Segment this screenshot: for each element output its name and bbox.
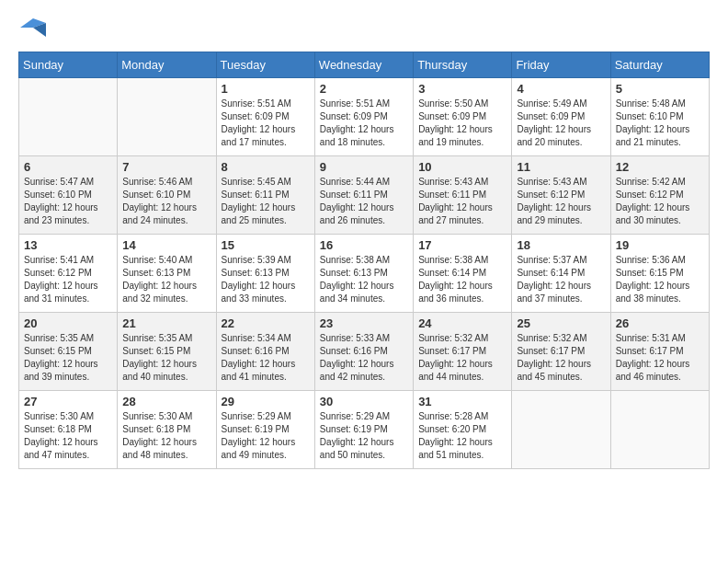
calendar-cell: 4Sunrise: 5:49 AM Sunset: 6:09 PM Daylig… xyxy=(512,78,610,156)
calendar-cell: 10Sunrise: 5:43 AM Sunset: 6:11 PM Dayli… xyxy=(414,156,512,235)
day-info: Sunrise: 5:51 AM Sunset: 6:09 PM Dayligh… xyxy=(320,98,408,149)
calendar-cell: 6Sunrise: 5:47 AM Sunset: 6:10 PM Daylig… xyxy=(19,156,118,235)
day-info: Sunrise: 5:37 AM Sunset: 6:14 PM Dayligh… xyxy=(517,254,605,305)
calendar-cell: 1Sunrise: 5:51 AM Sunset: 6:09 PM Daylig… xyxy=(216,78,314,156)
day-info: Sunrise: 5:51 AM Sunset: 6:09 PM Dayligh… xyxy=(222,98,310,149)
day-info: Sunrise: 5:38 AM Sunset: 6:13 PM Dayligh… xyxy=(320,254,408,305)
day-number: 27 xyxy=(24,395,112,408)
day-info: Sunrise: 5:33 AM Sunset: 6:16 PM Dayligh… xyxy=(320,332,408,384)
day-info: Sunrise: 5:29 AM Sunset: 6:19 PM Dayligh… xyxy=(320,410,408,462)
calendar-cell xyxy=(610,391,709,469)
day-info: Sunrise: 5:40 AM Sunset: 6:13 PM Dayligh… xyxy=(122,254,210,305)
day-info: Sunrise: 5:41 AM Sunset: 6:12 PM Dayligh… xyxy=(24,254,112,305)
day-info: Sunrise: 5:30 AM Sunset: 6:18 PM Dayligh… xyxy=(24,410,112,462)
day-number: 15 xyxy=(222,238,310,252)
day-info: Sunrise: 5:35 AM Sunset: 6:15 PM Dayligh… xyxy=(122,332,210,384)
calendar-cell: 31Sunrise: 5:28 AM Sunset: 6:20 PM Dayli… xyxy=(414,391,512,469)
calendar-cell: 22Sunrise: 5:34 AM Sunset: 6:16 PM Dayli… xyxy=(216,313,314,391)
day-number: 26 xyxy=(616,316,704,330)
day-number: 25 xyxy=(517,316,605,330)
day-info: Sunrise: 5:31 AM Sunset: 6:17 PM Dayligh… xyxy=(616,332,704,384)
calendar-week-row: 20Sunrise: 5:35 AM Sunset: 6:15 PM Dayli… xyxy=(19,313,710,391)
day-info: Sunrise: 5:30 AM Sunset: 6:18 PM Dayligh… xyxy=(122,410,210,462)
calendar-cell: 21Sunrise: 5:35 AM Sunset: 6:15 PM Dayli… xyxy=(118,313,216,391)
calendar-cell: 3Sunrise: 5:50 AM Sunset: 6:09 PM Daylig… xyxy=(414,78,512,156)
logo-bird-icon xyxy=(20,18,46,37)
day-info: Sunrise: 5:48 AM Sunset: 6:10 PM Dayligh… xyxy=(616,98,704,149)
day-number: 8 xyxy=(222,160,310,174)
calendar-cell: 23Sunrise: 5:33 AM Sunset: 6:16 PM Dayli… xyxy=(314,313,413,391)
calendar-cell: 12Sunrise: 5:42 AM Sunset: 6:12 PM Dayli… xyxy=(610,156,709,235)
weekday-header-sunday: Sunday xyxy=(19,52,118,78)
calendar-week-row: 13Sunrise: 5:41 AM Sunset: 6:12 PM Dayli… xyxy=(19,235,710,313)
weekday-header-friday: Friday xyxy=(512,52,610,78)
calendar-cell: 18Sunrise: 5:37 AM Sunset: 6:14 PM Dayli… xyxy=(512,235,610,313)
weekday-header-tuesday: Tuesday xyxy=(216,52,314,78)
day-info: Sunrise: 5:36 AM Sunset: 6:15 PM Dayligh… xyxy=(616,254,704,305)
day-number: 3 xyxy=(418,82,506,96)
day-number: 2 xyxy=(320,82,408,96)
calendar-cell: 25Sunrise: 5:32 AM Sunset: 6:17 PM Dayli… xyxy=(512,313,610,391)
day-number: 4 xyxy=(517,82,605,96)
day-number: 5 xyxy=(616,82,704,96)
calendar-cell: 16Sunrise: 5:38 AM Sunset: 6:13 PM Dayli… xyxy=(314,235,413,313)
calendar-cell: 8Sunrise: 5:45 AM Sunset: 6:11 PM Daylig… xyxy=(216,156,314,235)
day-number: 9 xyxy=(320,160,408,174)
day-number: 6 xyxy=(24,160,112,174)
calendar-cell: 15Sunrise: 5:39 AM Sunset: 6:13 PM Dayli… xyxy=(216,235,314,313)
day-number: 19 xyxy=(616,238,704,252)
calendar-cell: 17Sunrise: 5:38 AM Sunset: 6:14 PM Dayli… xyxy=(414,235,512,313)
day-number: 13 xyxy=(24,238,112,252)
day-info: Sunrise: 5:49 AM Sunset: 6:09 PM Dayligh… xyxy=(517,98,605,149)
calendar-cell: 7Sunrise: 5:46 AM Sunset: 6:10 PM Daylig… xyxy=(118,156,216,235)
calendar-header-row: SundayMondayTuesdayWednesdayThursdayFrid… xyxy=(19,52,710,78)
day-info: Sunrise: 5:50 AM Sunset: 6:09 PM Dayligh… xyxy=(418,98,506,149)
day-number: 18 xyxy=(517,238,605,252)
day-number: 16 xyxy=(320,238,408,252)
day-number: 24 xyxy=(418,316,506,330)
logo xyxy=(18,18,46,37)
weekday-header-wednesday: Wednesday xyxy=(314,52,413,78)
calendar-cell: 19Sunrise: 5:36 AM Sunset: 6:15 PM Dayli… xyxy=(610,235,709,313)
calendar-cell: 9Sunrise: 5:44 AM Sunset: 6:11 PM Daylig… xyxy=(314,156,413,235)
day-number: 12 xyxy=(616,160,704,174)
day-number: 31 xyxy=(418,395,506,408)
calendar-cell xyxy=(512,391,610,469)
calendar-table: SundayMondayTuesdayWednesdayThursdayFrid… xyxy=(18,52,710,469)
day-info: Sunrise: 5:43 AM Sunset: 6:11 PM Dayligh… xyxy=(418,176,506,227)
calendar-cell: 29Sunrise: 5:29 AM Sunset: 6:19 PM Dayli… xyxy=(216,391,314,469)
day-info: Sunrise: 5:32 AM Sunset: 6:17 PM Dayligh… xyxy=(517,332,605,384)
day-number: 7 xyxy=(122,160,210,174)
day-info: Sunrise: 5:46 AM Sunset: 6:10 PM Dayligh… xyxy=(122,176,210,227)
calendar-cell: 26Sunrise: 5:31 AM Sunset: 6:17 PM Dayli… xyxy=(610,313,709,391)
day-info: Sunrise: 5:39 AM Sunset: 6:13 PM Dayligh… xyxy=(222,254,310,305)
calendar-cell: 27Sunrise: 5:30 AM Sunset: 6:18 PM Dayli… xyxy=(19,391,118,469)
day-number: 1 xyxy=(222,82,310,96)
calendar-cell: 24Sunrise: 5:32 AM Sunset: 6:17 PM Dayli… xyxy=(414,313,512,391)
day-number: 30 xyxy=(320,395,408,408)
calendar-cell: 13Sunrise: 5:41 AM Sunset: 6:12 PM Dayli… xyxy=(19,235,118,313)
calendar-cell: 5Sunrise: 5:48 AM Sunset: 6:10 PM Daylig… xyxy=(610,78,709,156)
day-info: Sunrise: 5:29 AM Sunset: 6:19 PM Dayligh… xyxy=(222,410,310,462)
day-number: 23 xyxy=(320,316,408,330)
day-info: Sunrise: 5:44 AM Sunset: 6:11 PM Dayligh… xyxy=(320,176,408,227)
day-info: Sunrise: 5:38 AM Sunset: 6:14 PM Dayligh… xyxy=(418,254,506,305)
calendar-cell: 28Sunrise: 5:30 AM Sunset: 6:18 PM Dayli… xyxy=(118,391,216,469)
day-number: 14 xyxy=(122,238,210,252)
day-number: 17 xyxy=(418,238,506,252)
calendar-week-row: 6Sunrise: 5:47 AM Sunset: 6:10 PM Daylig… xyxy=(19,156,710,235)
calendar-cell: 14Sunrise: 5:40 AM Sunset: 6:13 PM Dayli… xyxy=(118,235,216,313)
day-info: Sunrise: 5:45 AM Sunset: 6:11 PM Dayligh… xyxy=(222,176,310,227)
day-info: Sunrise: 5:43 AM Sunset: 6:12 PM Dayligh… xyxy=(517,176,605,227)
weekday-header-thursday: Thursday xyxy=(414,52,512,78)
page-header xyxy=(18,18,710,37)
day-info: Sunrise: 5:34 AM Sunset: 6:16 PM Dayligh… xyxy=(222,332,310,384)
day-info: Sunrise: 5:42 AM Sunset: 6:12 PM Dayligh… xyxy=(616,176,704,227)
calendar-week-row: 1Sunrise: 5:51 AM Sunset: 6:09 PM Daylig… xyxy=(19,78,710,156)
day-number: 28 xyxy=(122,395,210,408)
day-number: 29 xyxy=(222,395,310,408)
day-info: Sunrise: 5:28 AM Sunset: 6:20 PM Dayligh… xyxy=(418,410,506,462)
calendar-cell: 2Sunrise: 5:51 AM Sunset: 6:09 PM Daylig… xyxy=(314,78,413,156)
calendar-week-row: 27Sunrise: 5:30 AM Sunset: 6:18 PM Dayli… xyxy=(19,391,710,469)
weekday-header-monday: Monday xyxy=(118,52,216,78)
